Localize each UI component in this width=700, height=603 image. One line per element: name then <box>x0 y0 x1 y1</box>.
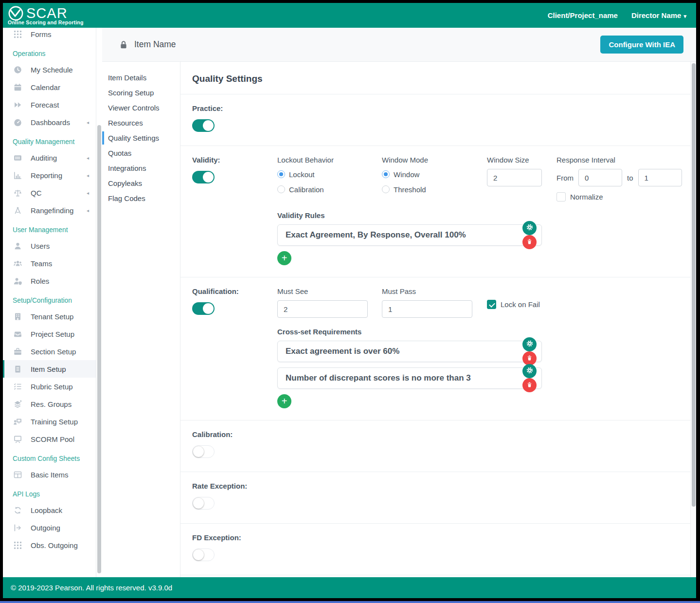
add-validity-rule-button[interactable]: + <box>277 251 291 265</box>
tab-quality-settings[interactable]: Quality Settings <box>102 130 180 146</box>
practice-section: Practice: <box>180 94 690 146</box>
oscar-app: SCAR Online Scoring and Reporting Client… <box>3 3 696 598</box>
building-icon <box>13 312 22 321</box>
normalize-checkbox-row[interactable]: Normalize <box>556 192 682 201</box>
to-label: to <box>627 174 633 182</box>
lockout-behavior-label: Lockout Behavior <box>277 156 382 164</box>
practice-label: Practice: <box>192 104 223 112</box>
sidebar-item-my-schedule[interactable]: My Schedule <box>3 61 96 78</box>
edit-requirement-button[interactable] <box>522 337 537 351</box>
radio-threshold[interactable]: Threshold <box>382 184 487 195</box>
sidebar-section-setup-configuration: Setup/Configuration <box>3 290 96 308</box>
sidebar-scrollbar-thumb[interactable] <box>97 125 101 573</box>
tab-viewer-controls[interactable]: Viewer Controls <box>102 100 180 115</box>
sidebar-item-section-setup[interactable]: Section Setup <box>3 343 96 360</box>
qualification-section: Qualification: Must See Must Pass <box>180 277 690 420</box>
main-scrollbar <box>690 62 696 577</box>
sidebar-item-forecast[interactable]: Forecast <box>3 96 96 113</box>
must-pass-input[interactable] <box>382 300 472 318</box>
main-scrollbar-thumb[interactable] <box>692 63 696 507</box>
sidebar-item-users[interactable]: Users <box>3 237 96 255</box>
sidebar-item-outgoing[interactable]: Outgoing <box>3 519 96 536</box>
normalize-checkbox[interactable] <box>556 192 566 201</box>
fd-exception-toggle[interactable] <box>192 548 215 561</box>
delete-validity-rule-button[interactable] <box>522 235 537 249</box>
tab-flag-codes[interactable]: Flag Codes <box>102 191 180 206</box>
tab-scoring-setup[interactable]: Scoring Setup <box>102 85 180 100</box>
sidebar-item-rangefinding[interactable]: Rangefinding ◂ <box>3 201 96 219</box>
sidebar-item-qc[interactable]: QC ◂ <box>3 184 96 201</box>
rate-exception-toggle[interactable] <box>192 497 215 510</box>
practice-toggle[interactable] <box>192 119 215 132</box>
window-size-input[interactable] <box>487 169 542 186</box>
sidebar-item-reporting[interactable]: Reporting ◂ <box>3 166 96 184</box>
sidebar-item-teams[interactable]: Teams <box>3 255 96 272</box>
inbox-icon <box>13 329 22 339</box>
sidebar-item-dashboards[interactable]: Dashboards ◂ <box>3 113 96 131</box>
configure-with-iea-button[interactable]: Configure With IEA <box>600 36 683 54</box>
sidebar-item-basic-items[interactable]: Basic Items <box>3 466 96 483</box>
interval-to-input[interactable] <box>638 169 682 186</box>
document-icon <box>13 365 22 374</box>
tab-quotas[interactable]: Quotas <box>102 146 180 161</box>
grid-dots-icon <box>13 30 22 39</box>
tab-integrations[interactable]: Integrations <box>102 161 180 176</box>
compass-icon <box>13 206 22 215</box>
lock-on-fail-checkbox[interactable] <box>487 300 496 309</box>
radio-window[interactable]: Window <box>382 169 487 180</box>
client-project-label[interactable]: Client/Project_name <box>548 11 618 19</box>
trash-icon <box>526 238 533 246</box>
oscar-logo[interactable]: SCAR Online Scoring and Reporting <box>8 5 84 25</box>
chevron-left-icon: ◂ <box>87 190 89 196</box>
sidebar-section-custom-config-sheets: Custom Config Sheets <box>3 448 96 466</box>
lock-icon <box>119 40 128 50</box>
radio-lockout[interactable]: Lockout <box>277 169 382 180</box>
qualification-toggle[interactable] <box>192 302 215 315</box>
calibration-toggle[interactable] <box>192 445 215 458</box>
tab-copyleaks[interactable]: Copyleaks <box>102 176 180 191</box>
tab-item-details[interactable]: Item Details <box>102 70 180 85</box>
sidebar-item-training-setup[interactable]: Training Setup <box>3 413 96 430</box>
sidebar-section-operations: Operations <box>3 43 96 61</box>
interval-from-input[interactable] <box>578 169 622 186</box>
sidebar-item-roles[interactable]: Roles <box>3 272 96 290</box>
gear-icon <box>526 366 534 376</box>
add-requirement-button[interactable]: + <box>277 394 291 408</box>
item-header: Item Name Configure With IEA <box>102 28 696 62</box>
requirement-text: Exact agreement is over 60% <box>286 347 520 356</box>
sidebar-item-project-setup[interactable]: Project Setup <box>3 325 96 343</box>
validity-rule-text: Exact Agreement, By Response, Overall 10… <box>286 230 520 240</box>
sidebar-item-calendar[interactable]: Calendar <box>3 78 96 96</box>
sidebar-section-api-logs: API Logs <box>3 483 96 501</box>
lock-on-fail-row[interactable]: Lock on Fail <box>487 300 679 309</box>
edit-validity-rule-button[interactable] <box>522 221 537 235</box>
radio-calibration[interactable]: Calibration <box>277 184 382 195</box>
calibration-label: Calibration: <box>192 430 233 439</box>
tab-resources[interactable]: Resources <box>102 115 180 130</box>
validity-toggle[interactable] <box>192 171 215 183</box>
sidebar-item-obs-outgoing[interactable]: Obs. Outgoing <box>3 536 96 554</box>
sidebar-item-rubric-setup[interactable]: Rubric Setup <box>3 378 96 395</box>
sidebar-item-res-groups[interactable]: Res. Groups <box>3 395 96 413</box>
sidebar-item-auditing[interactable]: Auditing ◂ <box>3 149 96 166</box>
edit-requirement-button[interactable] <box>522 364 537 378</box>
sidebar-item-item-setup[interactable]: Item Setup <box>3 360 96 378</box>
monitor-icon <box>13 435 22 444</box>
sidebar-item-scorm-pool[interactable]: SCORM Pool <box>3 430 96 448</box>
delete-requirement-button[interactable] <box>522 351 537 365</box>
sidebar-item-loopback[interactable]: Loopback <box>3 501 96 519</box>
delete-requirement-button[interactable] <box>522 378 537 392</box>
sidebar-item-forms[interactable]: Forms <box>3 28 96 43</box>
radio-lockout-dot <box>277 170 285 178</box>
must-see-input[interactable] <box>277 300 368 318</box>
layers-icon <box>13 400 22 409</box>
user-menu[interactable]: Director Name▾ <box>631 11 686 19</box>
item-tabs: Item DetailsScoring SetupViewer Controls… <box>102 62 180 577</box>
gauge-icon <box>13 118 22 127</box>
trash-icon <box>526 355 533 363</box>
calendar-icon <box>13 83 22 92</box>
sidebar-item-tenant-setup[interactable]: Tenant Setup <box>3 308 96 325</box>
fd-exception-section: FD Exception: <box>180 524 690 575</box>
validity-rules-label: Validity Rules <box>277 211 679 219</box>
grid-dots-icon <box>13 541 22 550</box>
